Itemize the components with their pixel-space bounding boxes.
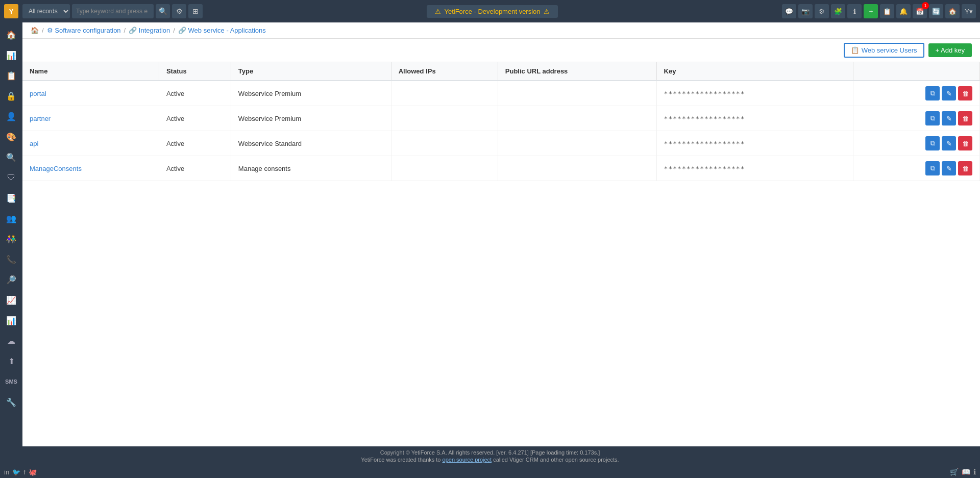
breadcrumb-integration-link[interactable]: 🔗 Integration	[129, 27, 170, 34]
main-layout: 🏠 📊 📋 🔒 👤 🎨 🔍 🛡 📑 👥 👫 📞 🔎 📈 📊 ☁ ⬆ SMS 🔧 …	[0, 22, 980, 446]
edit-btn-2[interactable]: ✎	[942, 136, 956, 150]
webservice-users-button[interactable]: 📋 Web service Users	[844, 43, 924, 58]
breadcrumb-software-config-link[interactable]: ⚙ Software configuration	[47, 27, 121, 34]
delete-btn-1[interactable]: 🗑	[958, 111, 972, 125]
edit-btn-0[interactable]: ✎	[942, 86, 956, 100]
copy-btn-2[interactable]: ⧉	[925, 136, 940, 150]
config-btn[interactable]: ⚙	[815, 4, 829, 18]
cell-ips-0	[391, 81, 498, 106]
app-title-text: YetiForce - Development version	[444, 8, 540, 15]
delete-btn-0[interactable]: 🗑	[958, 86, 972, 100]
sidebar-item-palette[interactable]: 🎨	[2, 128, 20, 146]
table-row: ManageConsents Active Manage consents **…	[22, 156, 980, 181]
sidebar-item-search2[interactable]: 🔎	[2, 270, 20, 289]
home-btn[interactable]: 🏠	[945, 4, 960, 18]
sidebar-item-tables[interactable]: 📊	[2, 311, 20, 330]
cell-key-3: ******************	[656, 156, 853, 181]
social-linkedin[interactable]: in	[4, 468, 9, 476]
delete-btn-2[interactable]: 🗑	[958, 136, 972, 150]
search-input[interactable]	[72, 4, 154, 18]
add-key-button[interactable]: + Add key	[928, 43, 972, 57]
sidebar-item-users[interactable]: 👥	[2, 209, 20, 228]
social-github[interactable]: 🐙	[29, 468, 37, 476]
col-name: Name	[22, 62, 159, 81]
table-area: Name Status Type Allowed IPs Public URL …	[22, 62, 980, 446]
breadcrumb-webservice-icon: 🔗	[178, 27, 186, 34]
sidebar-item-search[interactable]: 🔍	[2, 148, 20, 166]
app-title: ⚠ YetiForce - Development version ⚠	[427, 5, 557, 18]
breadcrumb-webservice-link[interactable]: 🔗 Web service - Applications	[178, 27, 266, 34]
col-key: Key	[656, 62, 853, 81]
info-btn[interactable]: ℹ	[847, 4, 862, 18]
cell-key-0: ******************	[656, 81, 853, 106]
cell-actions-0: ⧉ ✎ 🗑	[853, 81, 979, 106]
history-btn[interactable]: 🔄	[929, 4, 943, 18]
table-header-row: Name Status Type Allowed IPs Public URL …	[22, 62, 980, 81]
cell-url-3	[498, 156, 656, 181]
sidebar-item-magento[interactable]: 🔧	[2, 393, 20, 411]
breadcrumb-home-link[interactable]: 🏠	[31, 27, 39, 34]
cell-ips-2	[391, 131, 498, 156]
cell-name-3: ManageConsents	[22, 156, 159, 181]
footer-wrapper: Copyright © YetiForce S.A. All rights re…	[0, 446, 980, 478]
cell-url-1	[498, 106, 656, 131]
search-button[interactable]: 🔍	[156, 4, 170, 18]
footer-info-icon[interactable]: ℹ	[973, 468, 976, 476]
sidebar-item-lock[interactable]: 🔒	[2, 87, 20, 105]
chat-btn[interactable]: 💬	[782, 4, 796, 18]
sidebar-item-sms[interactable]: SMS	[2, 372, 20, 391]
social-twitter[interactable]: 🐦	[12, 468, 20, 476]
settings-icon-btn[interactable]: ⚙	[172, 4, 186, 18]
footer-book-icon[interactable]: 📖	[962, 468, 970, 476]
sidebar-item-charts[interactable]: 📈	[2, 291, 20, 309]
plus-btn[interactable]: ＋	[864, 4, 878, 18]
cell-status-1: Active	[159, 106, 231, 131]
sidebar-item-cloud[interactable]: ☁	[2, 332, 20, 350]
edit-btn-1[interactable]: ✎	[942, 111, 956, 125]
edit-btn-3[interactable]: ✎	[942, 161, 956, 175]
sidebar-item-reports[interactable]: 📑	[2, 189, 20, 207]
sidebar-item-groups[interactable]: 👫	[2, 230, 20, 248]
delete-btn-3[interactable]: 🗑	[958, 161, 972, 175]
copy-btn-1[interactable]: ⧉	[925, 111, 940, 125]
records-select[interactable]: All records	[22, 4, 70, 18]
footer-copyright: Copyright © YetiForce S.A. All rights re…	[3, 449, 977, 456]
topbar: Y All records 🔍 ⚙ ⊞ ⚠ YetiForce - Develo…	[0, 0, 980, 22]
cell-status-2: Active	[159, 131, 231, 156]
sidebar-item-upload[interactable]: ⬆	[2, 352, 20, 370]
clipboard-btn[interactable]: 📋	[880, 4, 894, 18]
cell-ips-3	[391, 156, 498, 181]
sidebar-item-shield[interactable]: 🛡	[2, 168, 20, 187]
sidebar-item-home[interactable]: 🏠	[2, 26, 20, 44]
webservice-users-label: Web service Users	[862, 46, 917, 54]
social-facebook[interactable]: f	[23, 468, 26, 476]
col-actions	[853, 62, 979, 81]
calendar-btn[interactable]: 📅 1	[913, 4, 927, 18]
footer-link[interactable]: open source project	[443, 457, 492, 463]
copy-btn-0[interactable]: ⧉	[925, 86, 940, 100]
cell-name-0: portal	[22, 81, 159, 106]
breadcrumb-integration-icon: 🔗	[129, 27, 137, 34]
cell-name-1: partner	[22, 106, 159, 131]
col-allowed-ips: Allowed IPs	[391, 62, 498, 81]
cell-actions-3: ⧉ ✎ 🗑	[853, 156, 979, 181]
camera-btn[interactable]: 📷	[798, 4, 813, 18]
table-row: api Active Webservice Standard *********…	[22, 131, 980, 156]
sidebar-item-dashboard[interactable]: 📊	[2, 46, 20, 64]
sidebar-item-contacts[interactable]: 👤	[2, 107, 20, 125]
footer-cart-icon[interactable]: 🛒	[950, 468, 959, 476]
webservice-users-icon: 📋	[851, 46, 859, 54]
grid-icon-btn[interactable]: ⊞	[188, 4, 203, 18]
copy-btn-3[interactable]: ⧉	[925, 161, 940, 175]
sidebar-item-activities[interactable]: 📋	[2, 66, 20, 85]
sidebar-item-phone[interactable]: 📞	[2, 250, 20, 268]
bell-btn[interactable]: 🔔	[896, 4, 911, 18]
puzzle-btn[interactable]: 🧩	[831, 4, 845, 18]
user-menu-btn[interactable]: Y▾	[962, 4, 976, 18]
breadcrumb-sep-0: /	[42, 27, 44, 34]
cell-type-3: Manage consents	[231, 156, 391, 181]
table-row: portal Active Webservice Premium *******…	[22, 81, 980, 106]
cell-status-0: Active	[159, 81, 231, 106]
cell-actions-1: ⧉ ✎ 🗑	[853, 106, 979, 131]
logo[interactable]: Y	[4, 4, 18, 18]
